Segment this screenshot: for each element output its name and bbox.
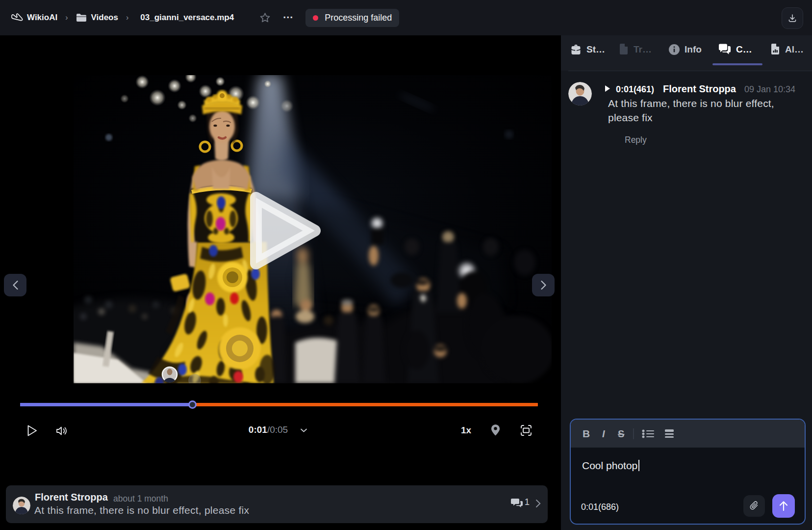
svg-text:I: I [602,428,605,439]
svg-text:S: S [618,428,624,439]
svg-text:B: B [583,428,590,439]
